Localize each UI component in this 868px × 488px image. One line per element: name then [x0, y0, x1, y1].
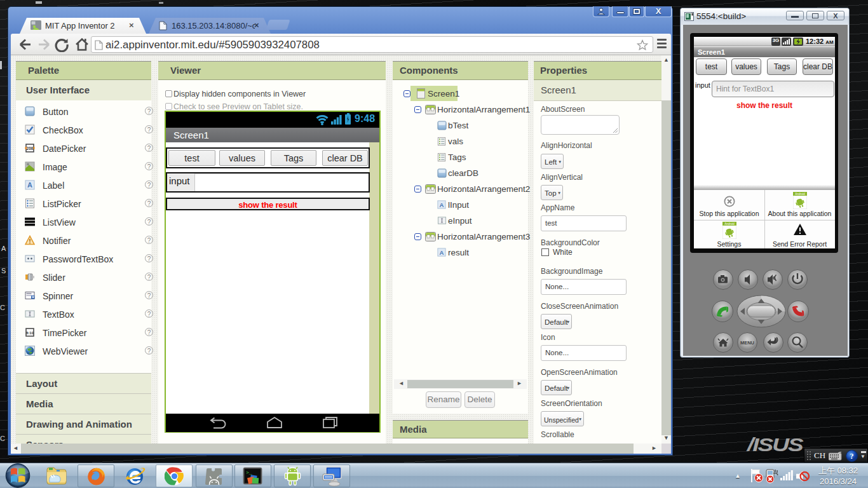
svg-text:Android: Android: [724, 222, 735, 226]
svg-text:MENU: MENU: [740, 340, 754, 346]
svg-text:20II: 20II: [27, 146, 34, 151]
svg-text:>_: >_: [246, 470, 252, 475]
svg-text:A: A: [440, 249, 444, 256]
svg-text:A: A: [440, 201, 444, 208]
svg-text:?: ?: [850, 452, 854, 461]
svg-text:A: A: [27, 181, 32, 189]
svg-text:8:10: 8:10: [26, 331, 34, 335]
svg-text:Android: Android: [795, 193, 805, 196]
